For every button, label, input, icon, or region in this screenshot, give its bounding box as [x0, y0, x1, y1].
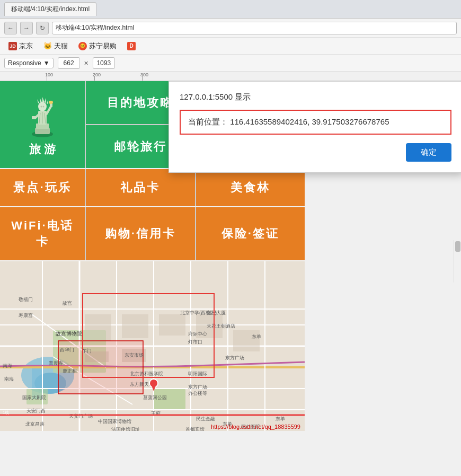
svg-marker-13 — [37, 99, 39, 103]
responsive-select[interactable]: Responsive ▼ — [4, 58, 54, 68]
address-bar[interactable]: 移动端/4:10/实程/index.html — [52, 22, 457, 34]
nav-food-label: 美食林 — [230, 180, 270, 196]
scrollbar-thumb[interactable] — [455, 241, 460, 252]
alert-button-row: 确定 — [180, 143, 451, 162]
map-svg: 故宫博物院 西华门 午门 鹿正相 普度寺 天安门西 天安门广场 国家大剧院 北京… — [0, 261, 305, 431]
responsive-dropdown-icon: ▼ — [43, 59, 50, 67]
nav-cruise-label: 邮轮旅行 — [114, 139, 167, 155]
jd-icon: JD — [8, 42, 17, 50]
svg-text:国家大剧院: 国家大剧院 — [22, 395, 46, 400]
nav-giftcard-label: 礼品卡 — [120, 180, 160, 196]
ruler-label-100: 100 — [45, 72, 53, 77]
svg-text:鹿正相: 鹿正相 — [63, 368, 77, 374]
svg-rect-44 — [159, 314, 185, 336]
width-input[interactable]: 662 — [58, 57, 80, 69]
svg-text:故宫: 故宫 — [63, 301, 72, 306]
map-container[interactable]: 故宫博物院 西华门 午门 鹿正相 普度寺 天安门西 天安门广场 国家大剧院 北京… — [0, 261, 305, 431]
svg-text:故宫博物院: 故宫博物院 — [56, 331, 82, 337]
svg-rect-48 — [233, 330, 260, 351]
svg-point-9 — [49, 101, 53, 104]
content-area: 旅 游 目的地攻略 周边游 邮轮旅行 定制旅行 景点·玩乐 — [0, 81, 461, 476]
svg-text:普度寺: 普度寺 — [49, 360, 63, 366]
nav-insurance-label: 保险·签证 — [221, 226, 279, 242]
alert-dialog: 127.0.0.1:5500 显示 当前位置： 116.416355894024… — [169, 81, 461, 173]
svg-text:1线: 1线 — [3, 410, 9, 415]
reload-button[interactable]: ↻ — [36, 22, 49, 34]
toolbar: ← → ↻ 移动端/4:10/实程/index.html — [0, 19, 461, 38]
svg-point-12 — [38, 102, 47, 111]
bookmark-d[interactable]: D — [123, 41, 140, 51]
svg-text:东方广场: 东方广场 — [225, 355, 244, 360]
forward-button[interactable]: → — [20, 22, 33, 34]
svg-text:午门: 午门 — [82, 348, 92, 354]
bookmark-tianmao[interactable]: 🐱 天猫 — [39, 40, 72, 52]
svg-text:敬禧门: 敬禧门 — [19, 297, 33, 302]
nav-destination-label: 目的地攻略 — [107, 95, 173, 111]
bookmark-suning-label: 苏宁易购 — [89, 41, 117, 51]
bookmark-jd[interactable]: JD 京东 — [4, 40, 37, 52]
svg-text:灯市口: 灯市口 — [188, 339, 202, 345]
scrollbar[interactable] — [454, 240, 461, 283]
browser-tab-bar: 移动端/4:10/实程/index.html — [0, 0, 461, 19]
svg-text:法国使馆旧址: 法国使馆旧址 — [111, 427, 140, 431]
suning-icon: 😊 — [78, 42, 87, 50]
svg-marker-15 — [42, 97, 45, 102]
tianmao-icon: 🐱 — [43, 42, 52, 50]
svg-text:东单: 东单 — [252, 334, 261, 339]
responsive-label: Responsive — [8, 59, 41, 67]
bookmark-suning[interactable]: 😊 苏宁易购 — [74, 40, 121, 52]
alert-title: 127.0.0.1:5500 显示 — [180, 92, 451, 102]
svg-text:府际中心: 府际中心 — [188, 331, 207, 337]
svg-text:天花王朝酒店: 天花王朝酒店 — [207, 323, 235, 329]
svg-text:东方广场·: 东方广场· — [188, 384, 209, 390]
svg-text:天安门西: 天安门西 — [26, 408, 46, 413]
svg-text:东安市场: 东安市场 — [125, 352, 144, 358]
ruler-label-200: 200 — [93, 72, 101, 77]
nav-travel-label: 旅 游 — [29, 142, 56, 157]
svg-point-18 — [41, 106, 42, 108]
nav-insurance[interactable]: 保险·签证 — [196, 207, 305, 260]
statue-icon — [21, 92, 64, 139]
svg-rect-42 — [85, 314, 111, 341]
svg-marker-14 — [40, 98, 42, 102]
svg-text:北京昌落: 北京昌落 — [25, 421, 45, 427]
height-input[interactable]: 1093 — [93, 57, 115, 69]
d-icon: D — [127, 42, 136, 50]
csdn-link[interactable]: https://blog.csdn.net/qq_18835599 — [211, 424, 300, 430]
svg-text:南海: 南海 — [3, 363, 12, 368]
nav-travel[interactable]: 旅 游 — [0, 81, 85, 168]
nav-attractions-label: 景点·玩乐 — [13, 180, 71, 196]
nav-shopping-label: 购物·信用卡 — [105, 226, 176, 242]
bookmark-jd-label: 京东 — [19, 41, 33, 51]
svg-text:南海: 南海 — [4, 376, 14, 382]
bookmarks-bar: JD 京东 🐱 天猫 😊 苏宁易购 D — [0, 38, 461, 55]
nav-wifi[interactable]: WiFi·电话卡 — [0, 207, 85, 260]
alert-ok-button[interactable]: 确定 — [406, 143, 451, 162]
nav-food[interactable]: 美食林 — [196, 169, 305, 206]
active-tab[interactable]: 移动端/4:10/实程/index.html — [4, 2, 96, 16]
svg-text:寿康宫: 寿康宫 — [19, 313, 33, 318]
alert-content-box: 当前位置： 116.41635589402416, 39.91750327667… — [180, 110, 451, 135]
svg-text:办公楼等: 办公楼等 — [188, 391, 207, 396]
bookmark-tianmao-label: 天猫 — [54, 41, 68, 51]
nav-attractions[interactable]: 景点·玩乐 — [0, 169, 85, 206]
ruler: 100 200 300 — [0, 72, 461, 81]
nav-giftcard[interactable]: 礼品卡 — [86, 169, 195, 206]
svg-line-7 — [47, 107, 51, 114]
nav-shopping[interactable]: 购物·信用卡 — [86, 207, 195, 260]
svg-text:东单: 东单 — [276, 416, 285, 421]
nav-wifi-label: WiFi·电话卡 — [5, 218, 79, 250]
alert-coordinates: 116.41635589402416, 39.917503276678765 — [230, 117, 389, 126]
svg-marker-17 — [47, 100, 48, 104]
svg-text:菖蒲河公园: 菖蒲河公园 — [143, 395, 167, 400]
svg-text:首都宾馆: 首都宾馆 — [185, 427, 205, 431]
svg-text:西华门: 西华门 — [60, 347, 74, 352]
svg-text:明阳国际: 明阳国际 — [188, 371, 207, 376]
svg-rect-43 — [122, 314, 148, 338]
svg-text:北京协和医学院: 北京协和医学院 — [130, 371, 163, 376]
back-button[interactable]: ← — [4, 22, 17, 34]
svg-marker-16 — [45, 98, 46, 103]
svg-rect-11 — [32, 116, 36, 119]
ruler-label-300: 300 — [140, 72, 148, 77]
svg-text:北京中学(西校区): 北京中学(西校区) — [180, 310, 217, 315]
